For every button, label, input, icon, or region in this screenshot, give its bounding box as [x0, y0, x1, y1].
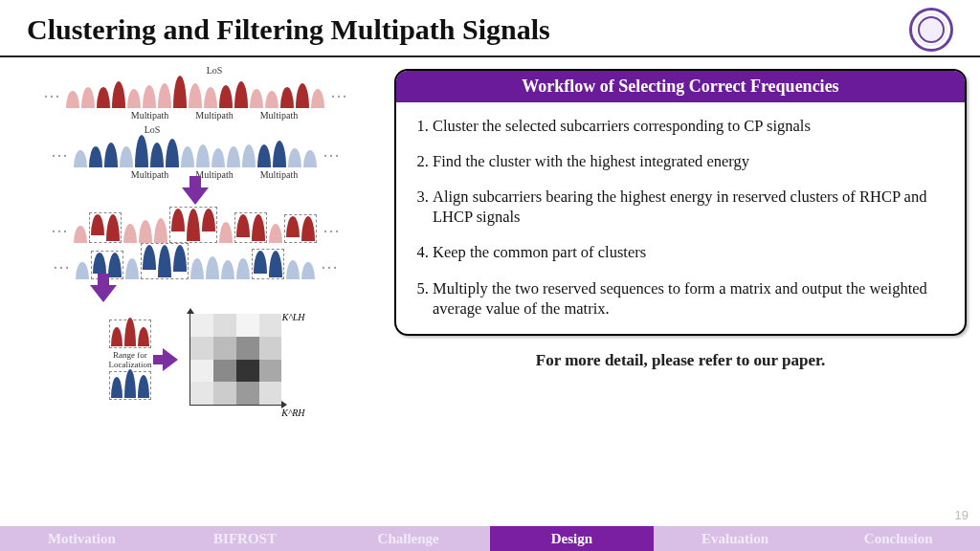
- arrow-down-icon: [90, 285, 117, 302]
- university-logo: [909, 8, 953, 52]
- page-number: 19: [955, 508, 969, 522]
- arrow-down-icon: [182, 187, 209, 205]
- nav-evaluation[interactable]: Evaluation: [654, 526, 817, 551]
- nav-conclusion[interactable]: Conclusion: [816, 526, 980, 551]
- signal-row-red-2: … …: [47, 210, 344, 243]
- page-title: Clustering and Filtering Multipath Signa…: [27, 13, 550, 46]
- reserved-blue: [109, 371, 151, 400]
- reserved-red: [109, 320, 151, 348]
- footnote: For more detail, please refer to our pap…: [394, 351, 967, 370]
- workflow-steps: Cluster the selected subcarriers corresp…: [412, 116, 949, 319]
- workflow-step: Align subcarriers bearing the highest en…: [433, 187, 949, 227]
- signal-row-blue-1: … …: [47, 135, 344, 167]
- section-navbar: MotivationBIFROSTChallengeDesignEvaluati…: [0, 526, 980, 551]
- workflow-panel: Workflow of Selecting Correct Frequencie…: [394, 69, 967, 336]
- multipath-labels: MultipathMultipathMultipath: [131, 110, 298, 121]
- signal-diagram: LoS … … MultipathMultipathMultipath LoS …: [13, 65, 377, 406]
- los-label-2: LoS: [145, 124, 161, 135]
- output-matrix: K^LH K^RH: [189, 314, 281, 406]
- nav-challenge[interactable]: Challenge: [326, 526, 490, 551]
- workflow-step: Find the cluster with the highest integr…: [433, 151, 949, 171]
- nav-design[interactable]: Design: [490, 526, 654, 551]
- multipath-labels-2: MultipathMultipathMultipath: [131, 169, 298, 180]
- los-label: LoS: [207, 65, 223, 76]
- workflow-step: Keep the common part of clusters: [433, 242, 949, 262]
- nav-bifrost[interactable]: BIFROST: [164, 526, 327, 551]
- range-label: Range for Localization: [109, 350, 152, 369]
- nav-motivation[interactable]: Motivation: [0, 526, 164, 551]
- panel-heading: Workflow of Selecting Correct Frequencie…: [396, 71, 965, 102]
- workflow-step: Multiply the two reserved sequences to f…: [433, 278, 949, 319]
- signal-row-red-1: … …: [39, 76, 351, 108]
- signal-row-blue-2: … …: [49, 247, 342, 279]
- arrow-right-icon: [163, 348, 178, 371]
- workflow-step: Cluster the selected subcarriers corresp…: [433, 116, 949, 136]
